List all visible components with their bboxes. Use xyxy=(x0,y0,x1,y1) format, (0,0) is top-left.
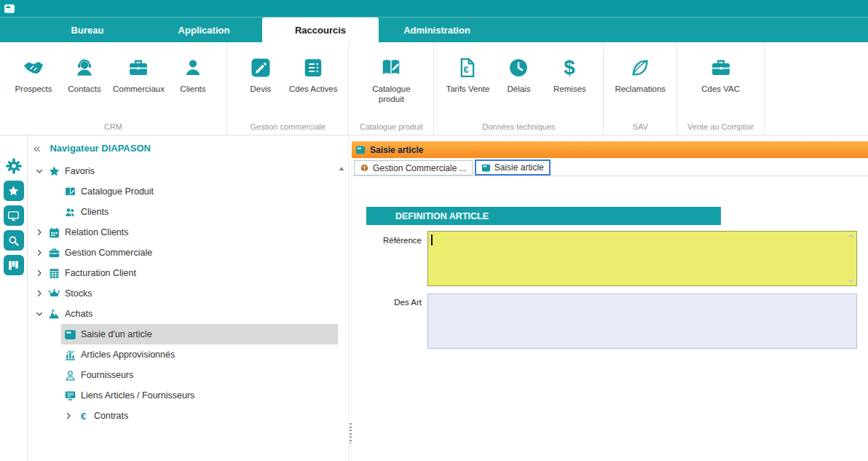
dollar-icon: $ xyxy=(559,57,580,79)
tree-item-label: Contrats xyxy=(94,411,128,421)
tree-item-catalogue-produit[interactable]: Catalogue Produit xyxy=(28,181,338,202)
document-tab-saisie-article[interactable]: Saisie article xyxy=(475,159,551,176)
ribbon-button-delais[interactable]: Délais xyxy=(494,55,543,95)
people-icon xyxy=(64,206,76,218)
window-titlebar xyxy=(0,0,868,17)
tree-item-clients[interactable]: Clients xyxy=(28,202,338,222)
tree-item-label: Favoris xyxy=(65,166,95,176)
briefcase-icon xyxy=(48,247,60,259)
document-title: Saisie article xyxy=(370,145,423,155)
svg-text:$: $ xyxy=(564,57,575,79)
ribbon-button-cdes-actives[interactable]: Cdes Actives xyxy=(287,55,339,95)
document-tab-gestion-commerciale[interactable]: Gestion Commerciale ... xyxy=(354,160,473,176)
ribbon-group-crm: ProspectsContactsCommerciauxClientsCRM xyxy=(0,42,227,135)
rail-button-settings[interactable] xyxy=(4,156,24,176)
ribbon-button-label: Délais xyxy=(507,84,530,94)
left-rail xyxy=(0,135,28,461)
invoice-grid-icon xyxy=(48,267,60,280)
ribbon-button-clients[interactable]: Clients xyxy=(168,55,218,95)
leaf-icon xyxy=(629,57,651,79)
ribbon-button-label: Reclamations xyxy=(615,84,666,94)
navigation-tree: FavorisCatalogue ProduitClientsRelation … xyxy=(28,156,348,426)
navigator-panel: « Navigateur DIAPASON FavorisCatalogue P… xyxy=(28,135,348,461)
scroll-up-button[interactable] xyxy=(848,233,854,240)
ribbon-button-cdes-vac[interactable]: Cdes VAC xyxy=(696,55,746,95)
ribbon-content: ProspectsContactsCommerciauxClientsCRMDe… xyxy=(0,42,868,135)
ribbon-button-devis[interactable]: Devis xyxy=(236,55,285,95)
tree-item-facturation-client[interactable]: Facturation Client xyxy=(28,263,338,283)
document-area: Saisie article Gestion Commerciale ...Sa… xyxy=(352,135,868,461)
ribbon-button-label: Remises xyxy=(553,84,586,94)
tree-item-label: Catalogue Produit xyxy=(81,186,154,197)
briefcase-icon xyxy=(710,57,732,79)
document-titlebar: Saisie article xyxy=(352,141,868,158)
tree-scrollbar-up-button[interactable] xyxy=(337,165,346,173)
tree-item-relation-clients[interactable]: Relation Clients xyxy=(28,222,338,243)
ribbon-group-label: Gestion commerciale xyxy=(236,119,339,133)
section-header: DEFINITION ARTICLE xyxy=(366,207,721,225)
mountain-icon xyxy=(48,308,60,320)
ribbon-button-label: Catalogue produit xyxy=(360,84,422,105)
rail-button-search[interactable] xyxy=(4,230,24,251)
tree-item-contrats[interactable]: €Contrats xyxy=(28,406,338,426)
des-art-input[interactable] xyxy=(427,293,857,349)
tree-item-saisie-d-un-article[interactable]: Saisie d'un article xyxy=(61,324,338,344)
ribbon-tab-raccourcis[interactable]: Raccourcis xyxy=(262,17,379,42)
app-window-icon xyxy=(4,3,15,15)
catalog-icon xyxy=(380,57,402,79)
tree-item-liens-articles-fournisseurs[interactable]: Liens Articles / Fournisseurs xyxy=(28,385,338,406)
collapse-panel-button[interactable]: « xyxy=(33,142,40,154)
ribbon-button-remises[interactable]: $Remises xyxy=(545,55,594,95)
ribbon-button-tarifs-vente[interactable]: €Tarifs Vente xyxy=(443,55,492,95)
tree-item-articles-approvisionnes[interactable]: Articles Approvisionnés xyxy=(28,344,338,365)
ribbon-button-catalogue-produit[interactable]: Catalogue produit xyxy=(358,55,425,106)
document-tab-label: Gestion Commerciale ... xyxy=(373,163,467,173)
chart-icon xyxy=(64,349,76,361)
ribbon-tab-administration[interactable]: Administration xyxy=(379,17,495,42)
tree-item-label: Stocks xyxy=(65,288,92,299)
gear-icon xyxy=(5,157,23,175)
ribbon-button-commerciaux[interactable]: Commerciaux xyxy=(111,55,167,95)
tree-item-stocks[interactable]: Stocks xyxy=(28,283,338,304)
ribbon-button-contacts[interactable]: Contacts xyxy=(60,55,109,95)
window-icon xyxy=(64,328,76,341)
rail-button-modules[interactable] xyxy=(4,255,24,275)
briefcase-icon xyxy=(127,57,149,79)
tree-item-fournisseurs[interactable]: Fournisseurs xyxy=(28,365,338,385)
ribbon-group-label: CRM xyxy=(9,119,218,133)
tree-item-favoris[interactable]: Favoris xyxy=(28,161,338,181)
ribbon-tab-application[interactable]: Application xyxy=(146,17,262,42)
ribbon-tab-bureau[interactable]: Bureau xyxy=(29,17,146,42)
tree-item-label: Achats xyxy=(65,309,92,319)
chevron-right-icon xyxy=(35,248,44,257)
ribbon-button-label: Cdes Actives xyxy=(289,84,337,94)
reference-input[interactable] xyxy=(427,231,857,286)
navigator-title: Navigateur DIAPASON xyxy=(50,143,150,154)
ribbon-button-label: Clients xyxy=(180,84,205,94)
chevron-right-icon xyxy=(64,411,73,420)
reference-scrollbar xyxy=(846,233,856,284)
reference-label: Référence xyxy=(352,236,425,245)
tree-item-achats[interactable]: Achats xyxy=(28,304,338,324)
ribbon-button-prospects[interactable]: Prospects xyxy=(9,55,58,95)
chevron-right-icon xyxy=(35,228,44,237)
scroll-down-button[interactable] xyxy=(848,277,854,284)
des-art-label: Des Art xyxy=(352,298,425,307)
ribbon-group-vente-au-comptoir: Cdes VACVente au Comptoir xyxy=(677,42,765,135)
ribbon-group-catalogue-produit: Catalogue produitCatalogue produit xyxy=(349,42,434,135)
monitor-icon xyxy=(7,210,20,222)
tree-item-gestion-commerciale[interactable]: Gestion Commerciale xyxy=(28,243,338,263)
ribbon-group-gestion-commerciale: DevisCdes ActivesGestion commerciale xyxy=(227,42,349,135)
rail-button-favorites[interactable] xyxy=(4,181,24,201)
chevron-right-icon xyxy=(35,289,44,298)
search-icon xyxy=(7,235,20,247)
ribbon-group-label: Catalogue produit xyxy=(358,119,425,133)
tree-item-label: Liens Articles / Fournisseurs xyxy=(81,390,194,401)
ribbon-button-label: Prospects xyxy=(15,84,52,94)
price-doc-icon: € xyxy=(457,57,478,79)
supplier-person-icon xyxy=(64,369,76,382)
clock-icon xyxy=(508,57,529,79)
calendar-icon xyxy=(48,226,60,239)
ribbon-button-reclamations[interactable]: Reclamations xyxy=(612,55,668,95)
rail-button-desktop[interactable] xyxy=(4,205,24,226)
